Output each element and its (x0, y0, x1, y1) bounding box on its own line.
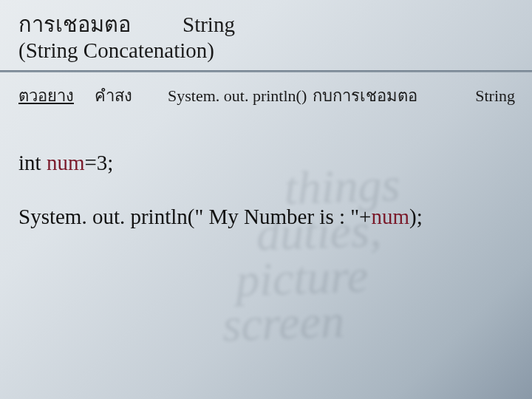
code-text: ); (409, 205, 423, 228)
title-english: String (183, 13, 235, 37)
code-line-2: System. out. println(" My Number is : "+… (18, 197, 517, 237)
example-thai-mid: กบการเชอมตอ (313, 83, 417, 109)
code-line-1: int num=3; (18, 143, 517, 183)
code-text: System. out. println( (18, 205, 194, 228)
example-label: ตวอยาง (18, 83, 74, 109)
slide-subtitle: (String Concatenation) (18, 38, 517, 63)
slide-title-row: การเชอมตอ String (18, 6, 517, 41)
code-variable: num (371, 205, 409, 228)
code-operator: + (359, 205, 371, 228)
title-thai: การเชอมตอ (18, 7, 131, 41)
example-trailing: String (475, 86, 515, 106)
example-line: ตวอยาง คำสง System. out. println() กบการ… (18, 83, 517, 109)
slide-content: การเชอมตอ String (String Concatenation) … (0, 0, 532, 399)
example-command: คำสง (95, 83, 132, 109)
code-keyword: int (18, 151, 47, 174)
title-divider (0, 70, 532, 72)
code-variable: num (47, 151, 85, 174)
code-text: =3; (84, 151, 113, 174)
example-method: System. out. println() (168, 86, 307, 106)
code-block: int num=3; System. out. println(" My Num… (18, 143, 517, 237)
code-string: " My Number is : " (194, 205, 359, 228)
